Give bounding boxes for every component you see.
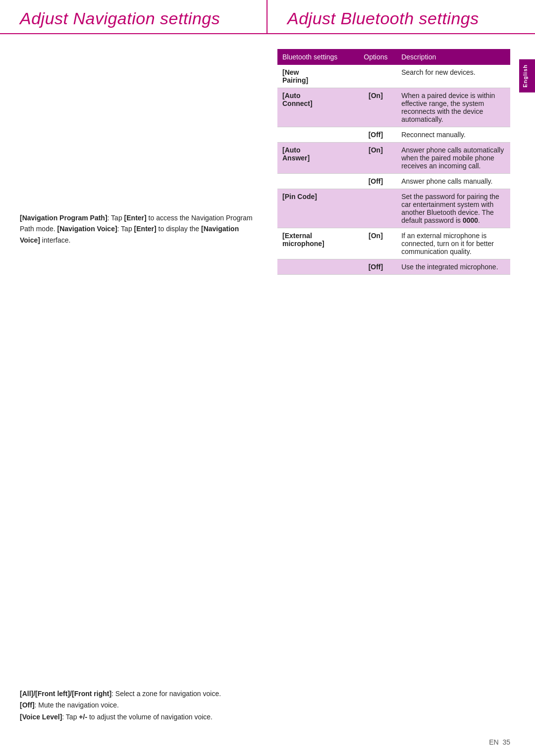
setting-auto-answer-off-empty xyxy=(277,174,355,189)
main-content: [Navigation Program Path]: Tap [Enter] t… xyxy=(0,34,535,733)
option-new-pairing xyxy=(355,65,397,88)
table-row: [NewPairing] Search for new devices. xyxy=(277,65,510,88)
nav-mute: [Off]: Mute the navigation voice. xyxy=(20,700,253,711)
bluetooth-table: Bluetooth settings Options Description [… xyxy=(277,49,510,275)
option-pin-code xyxy=(355,189,397,228)
desc-auto-answer-on: Answer phone calls automatically when th… xyxy=(396,143,510,174)
nav-zone-select: [All]/[Front left]/[Front right]: Select… xyxy=(20,688,253,700)
setting-new-pairing: [NewPairing] xyxy=(277,65,355,88)
nav-text-top: [Navigation Program Path]: Tap [Enter] t… xyxy=(20,212,253,246)
desc-new-pairing: Search for new devices. xyxy=(396,65,510,88)
page: English Adjust Navigation settings Adjus… xyxy=(0,0,535,756)
table-row: [AutoAnswer] [On] Answer phone calls aut… xyxy=(277,143,510,174)
option-auto-connect-on: [On] xyxy=(355,88,397,127)
nav-volume: [Voice Level]: Tap +/- to adjust the vol… xyxy=(20,711,253,723)
page-footer: EN 35 xyxy=(0,733,535,756)
bt-settings-title: Adjust Bluetooth settings xyxy=(287,9,520,28)
right-column: Bluetooth settings Options Description [… xyxy=(268,44,535,733)
side-tab: English xyxy=(519,59,535,93)
page-header: Adjust Navigation settings Adjust Blueto… xyxy=(0,0,535,34)
setting-pin-code: [Pin Code] xyxy=(277,189,355,228)
setting-ext-mic-off-empty xyxy=(277,259,355,275)
option-auto-answer-on: [On] xyxy=(355,143,397,174)
setting-auto-connect: [AutoConnect] xyxy=(277,88,355,127)
option-auto-answer-off: [Off] xyxy=(355,174,397,189)
col-header-options: Options xyxy=(355,49,397,65)
left-column: [Navigation Program Path]: Tap [Enter] t… xyxy=(0,44,268,733)
nav-text-bottom: [All]/[Front left]/[Front right]: Select… xyxy=(20,589,253,723)
table-row: [AutoConnect] [On] When a paired device … xyxy=(277,88,510,127)
desc-pin-code: Set the password for pairing the car ent… xyxy=(396,189,510,228)
setting-auto-answer: [AutoAnswer] xyxy=(277,143,355,174)
side-tab-label: English xyxy=(522,64,528,88)
header-right: Adjust Bluetooth settings xyxy=(268,0,535,33)
footer-page: 35 xyxy=(502,738,510,746)
desc-ext-mic-off: Use the integrated microphone. xyxy=(396,259,510,275)
desc-auto-answer-off: Answer phone calls manually. xyxy=(396,174,510,189)
setting-ext-mic: [Externalmicrophone] xyxy=(277,228,355,259)
table-row: [Pin Code] Set the password for pairing … xyxy=(277,189,510,228)
setting-auto-connect-off-empty xyxy=(277,127,355,143)
nav-program-path-label: [Navigation Program Path]: Tap [Enter] t… xyxy=(20,214,253,244)
table-row: [Off] Use the integrated microphone. xyxy=(277,259,510,275)
table-row: [Off] Answer phone calls manually. xyxy=(277,174,510,189)
nav-settings-title: Adjust Navigation settings xyxy=(20,9,252,28)
desc-auto-connect-off: Reconnect manually. xyxy=(396,127,510,143)
desc-auto-connect-on: When a paired device is within effective… xyxy=(396,88,510,127)
table-header-row: Bluetooth settings Options Description xyxy=(277,49,510,65)
table-row: [Externalmicrophone] [On] If an external… xyxy=(277,228,510,259)
col-header-description: Description xyxy=(396,49,510,65)
option-ext-mic-on: [On] xyxy=(355,228,397,259)
desc-ext-mic-on: If an external microphone is connected, … xyxy=(396,228,510,259)
footer-lang: EN xyxy=(489,738,498,746)
col-header-setting: Bluetooth settings xyxy=(277,49,355,65)
header-left: Adjust Navigation settings xyxy=(0,0,268,33)
table-row: [Off] Reconnect manually. xyxy=(277,127,510,143)
option-ext-mic-off: [Off] xyxy=(355,259,397,275)
option-auto-connect-off: [Off] xyxy=(355,127,397,143)
